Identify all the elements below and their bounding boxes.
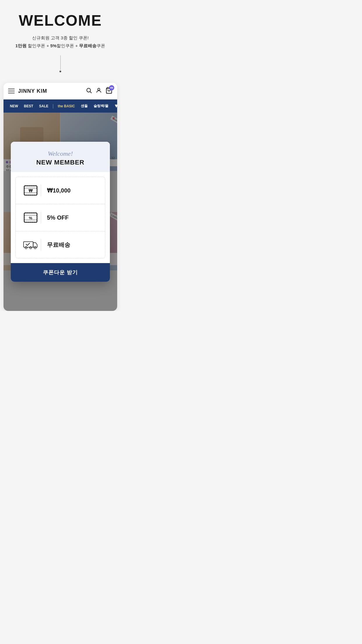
subtitle-part3: 5%	[50, 43, 57, 48]
welcome-subtitle: 신규회원 고객 3종 할인 쿠폰! 1만원 할인쿠폰 + 5%할인쿠폰 + 무료…	[7, 34, 114, 50]
nav-bar: NEW BEST SALE | the BASIC 샌들 슬링백/뮬 ▼	[3, 99, 117, 113]
coupon-item-delivery: 무료배송	[16, 231, 105, 258]
content-area: 주주 / 32,000 Leather ♥ ♥ 리뷰 32	[3, 113, 117, 311]
header-left: JINNY KIM	[8, 88, 47, 94]
download-coupon-button[interactable]: 쿠폰다운 받기	[11, 263, 110, 282]
nav-item-slingback[interactable]: 슬링백/뮬	[91, 99, 111, 113]
nav-item-sale[interactable]: SALE	[36, 100, 51, 112]
coupon-icon-percent: %	[20, 210, 41, 225]
svg-line-1	[90, 92, 92, 93]
coupon-value-percent: 5% OFF	[47, 214, 68, 221]
coupon-icon-won: ₩	[20, 183, 41, 198]
coupon-value-delivery: 무료배송	[47, 241, 70, 249]
brand-name: JINNY KIM	[18, 88, 47, 94]
nav-item-new[interactable]: NEW	[7, 100, 21, 112]
modal-body: ₩ ₩10,000	[11, 177, 110, 263]
cart-count: 99	[109, 85, 114, 90]
divider-line	[60, 55, 61, 70]
coupon-value-won: ₩10,000	[47, 187, 71, 194]
coupon-item-percent: % 5% OFF	[16, 204, 105, 231]
modal-welcome-script: Welcome!	[18, 150, 103, 158]
cart-button[interactable]: 99	[106, 87, 113, 95]
nav-item-sandal[interactable]: 샌들	[78, 99, 91, 113]
svg-point-2	[98, 88, 100, 90]
user-button[interactable]	[96, 87, 102, 95]
subtitle-line1: 신규회원 고객 3종 할인 쿠폰!	[7, 34, 114, 42]
modal-overlay: Welcome! NEW MEMBER ₩	[3, 113, 117, 311]
welcome-section: WELCOME 신규회원 고객 3종 할인 쿠폰! 1만원 할인쿠폰 + 5%할…	[0, 0, 121, 83]
svg-text:₩: ₩	[29, 188, 33, 193]
app-header: JINNY KIM	[3, 83, 117, 99]
coupon-divider-2	[41, 212, 41, 223]
section-divider	[7, 55, 114, 72]
svg-text:%: %	[29, 216, 32, 220]
modal-header: Welcome! NEW MEMBER	[11, 142, 110, 172]
coupon-item-won: ₩ ₩10,000	[16, 177, 105, 204]
welcome-title: WELCOME	[7, 12, 114, 29]
search-button[interactable]	[86, 87, 92, 95]
nav-divider: |	[52, 104, 54, 109]
modal-title: NEW MEMBER	[18, 159, 103, 166]
divider-dot	[59, 71, 61, 72]
new-member-modal: Welcome! NEW MEMBER ₩	[11, 142, 110, 282]
subtitle-line2: 1만원 할인쿠폰 + 5%할인쿠폰 + 무료배송쿠폰	[7, 42, 114, 50]
subtitle-part5: 무료배송	[79, 43, 96, 48]
coupon-icon-delivery	[20, 237, 41, 252]
coupon-divider-3	[41, 239, 41, 251]
nav-item-best[interactable]: BEST	[21, 100, 36, 112]
nav-item-basic[interactable]: the BASIC	[55, 100, 78, 112]
svg-point-0	[87, 88, 91, 92]
coupon-list: ₩ ₩10,000	[15, 177, 105, 258]
coupon-divider-1	[41, 185, 41, 196]
app-card: JINNY KIM	[3, 83, 117, 311]
nav-more-button[interactable]: ▼	[111, 101, 117, 111]
header-right: 99	[86, 87, 113, 95]
menu-button[interactable]	[8, 89, 15, 93]
subtitle-part1: 1만원	[15, 43, 27, 48]
